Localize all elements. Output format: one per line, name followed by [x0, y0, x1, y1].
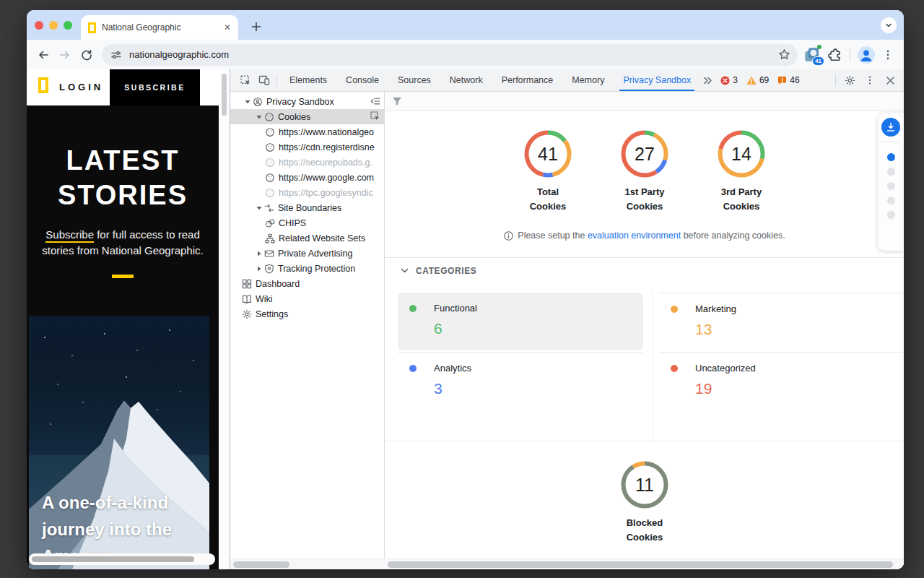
- new-tab-button[interactable]: [247, 17, 266, 36]
- inspect-element-button[interactable]: [236, 71, 255, 90]
- side-nav-dot-5[interactable]: [887, 211, 895, 219]
- expanded-arrow-icon[interactable]: [253, 205, 264, 211]
- psat-extension-button[interactable]: 41: [803, 46, 821, 64]
- dashboard-icon: [242, 279, 252, 289]
- tree-item-related-website-sets[interactable]: Related Website Sets: [230, 230, 384, 246]
- blocked-cookies-value: 11: [619, 460, 670, 510]
- tree-item-dashboard[interactable]: Dashboard: [230, 276, 384, 291]
- profile-avatar[interactable]: [858, 46, 875, 64]
- reload-button[interactable]: [76, 44, 97, 66]
- national-geographic-logo: [38, 77, 48, 93]
- download-report-button[interactable]: [881, 118, 900, 137]
- story-card[interactable]: A one-of-a-kind journey into the Amazon: [29, 316, 209, 569]
- category-card-marketing[interactable]: Marketing13: [659, 293, 904, 350]
- tab-search-button[interactable]: [881, 17, 897, 33]
- tree-item-label: https://www.google.com: [279, 173, 374, 183]
- browser-menu-button[interactable]: [882, 49, 894, 61]
- devtools-tab-sources[interactable]: Sources: [388, 69, 440, 91]
- page-vertical-scrollbar-thumb[interactable]: [222, 74, 227, 116]
- tree-item-chips[interactable]: CHIPS: [230, 215, 384, 230]
- tree-item-https-securepubads-g[interactable]: https://securepubads.g.: [230, 155, 384, 170]
- device-toolbar-button[interactable]: [255, 71, 274, 90]
- tree-scrollbar-thumb[interactable]: [233, 561, 289, 568]
- devtools-tab-memory[interactable]: Memory: [562, 69, 614, 91]
- tree-item-label: Wiki: [256, 294, 273, 304]
- side-nav-dot-3[interactable]: [887, 182, 895, 190]
- window-minimize-button[interactable]: [49, 21, 58, 30]
- devtools-tab-elements[interactable]: Elements: [280, 69, 336, 91]
- tree-item-https-cdn-registerdisne[interactable]: https://cdn.registerdisne: [230, 139, 384, 155]
- category-color-dot: [409, 365, 417, 372]
- category-color-dot: [409, 305, 417, 312]
- tree-item-settings[interactable]: Settings: [230, 306, 384, 322]
- content-scrollbar-thumb[interactable]: [388, 561, 893, 568]
- extensions-menu-button[interactable]: [828, 48, 842, 62]
- devtools-tab-console[interactable]: Console: [336, 69, 388, 91]
- tree-item-privacy-sandbox[interactable]: Privacy Sandbox: [230, 94, 384, 109]
- settings-icon: [242, 309, 252, 319]
- expanded-arrow-icon[interactable]: [242, 99, 253, 105]
- tree-item-label: Related Website Sets: [279, 233, 365, 243]
- kebab-menu-icon: [882, 49, 894, 61]
- reload-icon: [81, 49, 92, 61]
- filter-funnel-icon[interactable]: [392, 97, 402, 106]
- back-button[interactable]: [32, 44, 54, 66]
- content-toolbar: [385, 92, 904, 111]
- total-cookies-chart: 41 Total Cookies: [508, 129, 588, 214]
- devtools-tab-network[interactable]: Network: [440, 69, 492, 91]
- page-horizontal-scrollbar[interactable]: [29, 553, 215, 565]
- window-zoom-button[interactable]: [64, 21, 72, 30]
- tree-item-private-advertising[interactable]: Private Advertising: [230, 246, 384, 261]
- collapse-button[interactable]: [370, 96, 380, 106]
- side-nav-dot-2[interactable]: [887, 168, 895, 176]
- tree-item-label: https://www.nationalgeo: [279, 127, 374, 137]
- side-nav-dot-1[interactable]: [887, 153, 895, 161]
- category-card-functional[interactable]: Functional6: [398, 293, 643, 350]
- inspect-cursor-icon: [240, 75, 251, 86]
- categories-section-header[interactable]: CATEGORIES: [401, 266, 476, 276]
- page-vertical-scrollbar[interactable]: [219, 69, 230, 569]
- more-tabs-chevrons-icon: [703, 77, 712, 85]
- browser-tab[interactable]: National Geographic ✕: [81, 15, 238, 40]
- url-bar[interactable]: nationalgeographic.com: [102, 44, 798, 66]
- tree-item-tracking-protection[interactable]: Tracking Protection: [230, 261, 384, 276]
- inspect-button[interactable]: [370, 111, 380, 121]
- bookmark-star-icon[interactable]: [778, 48, 790, 61]
- devtools-horizontal-scrollbar[interactable]: [230, 558, 904, 569]
- devtools-tab-performance[interactable]: Performance: [492, 69, 563, 91]
- site-info-icon[interactable]: [110, 49, 122, 61]
- tree-item-site-boundaries[interactable]: Site Boundaries: [230, 200, 384, 215]
- category-label: Functional: [434, 303, 643, 314]
- tree-item-https-tpc-googlesyndic[interactable]: https://tpc.googlesyndic: [230, 185, 384, 200]
- tree-item-https-www-google-com[interactable]: https://www.google.com: [230, 170, 384, 185]
- category-card-analytics[interactable]: Analytics3: [398, 352, 643, 439]
- evaluation-environment-link[interactable]: evaluation environment: [588, 230, 681, 241]
- forward-button[interactable]: [54, 44, 76, 66]
- tree-item-wiki[interactable]: Wiki: [230, 291, 384, 306]
- devtools-settings-button[interactable]: [840, 71, 859, 90]
- collapsed-arrow-icon[interactable]: [253, 251, 264, 256]
- national-geographic-favicon: [88, 22, 96, 33]
- subscribe-button[interactable]: SUBSCRIBE: [110, 69, 200, 105]
- hero-headline-line1: LATEST: [27, 143, 219, 178]
- page-horizontal-scrollbar-thumb[interactable]: [32, 556, 194, 562]
- side-nav-dots: [887, 147, 895, 225]
- tree-item-https-www-nationalgeo[interactable]: https://www.nationalgeo: [230, 124, 384, 139]
- setup-note: Please setup the evaluation environment …: [385, 230, 904, 241]
- window-close-button[interactable]: [35, 21, 43, 30]
- subscribe-text-link[interactable]: Subscribe: [45, 228, 94, 243]
- expanded-arrow-icon[interactable]: [253, 114, 264, 120]
- tree-item-label: https://securepubads.g.: [279, 158, 372, 168]
- login-link[interactable]: LOGIN: [59, 82, 103, 92]
- tracking-protection-icon: [264, 264, 274, 274]
- tab-close-icon[interactable]: ✕: [224, 23, 231, 32]
- category-card-uncategorized[interactable]: Uncategorized19: [659, 352, 904, 439]
- console-status-badges[interactable]: 3 69 46: [720, 75, 805, 85]
- more-tabs-button[interactable]: [700, 71, 715, 90]
- devtools-tab-privacy-sandbox[interactable]: Privacy Sandbox: [614, 69, 700, 91]
- devtools-menu-button[interactable]: [860, 71, 879, 90]
- collapsed-arrow-icon[interactable]: [253, 266, 264, 272]
- devtools-close-button[interactable]: [881, 71, 899, 90]
- side-nav-dot-4[interactable]: [887, 197, 895, 204]
- tree-item-cookies[interactable]: Cookies: [230, 109, 384, 124]
